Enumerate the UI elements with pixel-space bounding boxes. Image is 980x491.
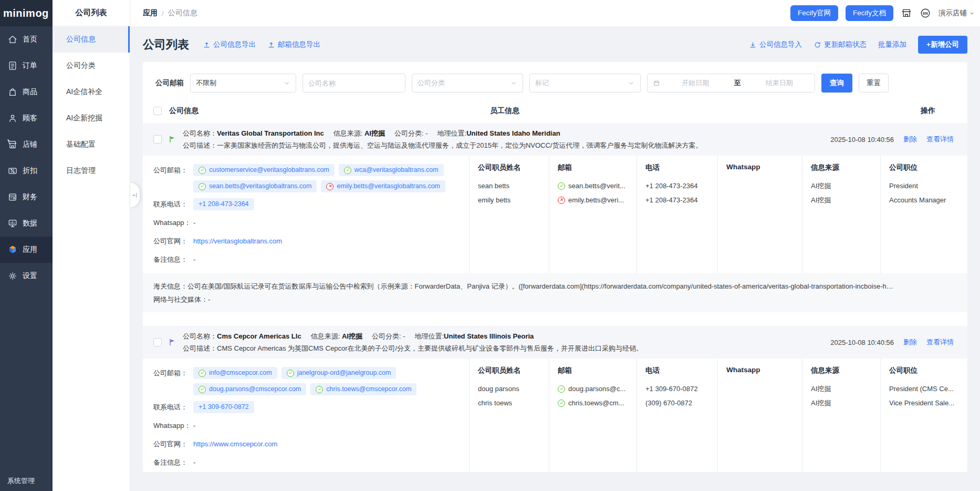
language-icon[interactable]: EN [920, 7, 931, 19]
remark-value: - [193, 456, 195, 469]
employee-email: ✓sean.betts@verit... [558, 179, 632, 193]
add-company-button[interactable]: +新增公司 [918, 36, 967, 54]
batch-add-link[interactable]: 批量添加 [878, 40, 906, 49]
social-info: - [208, 295, 210, 303]
company-name: Veritas Global Transportation Inc [217, 129, 324, 137]
finance-icon [7, 192, 18, 202]
submenu-item-base-config[interactable]: 基础配置 [53, 131, 130, 158]
reset-button[interactable]: 重置 [859, 74, 889, 93]
sidebar-item-apps[interactable]: 应用 [0, 237, 53, 263]
email-chip[interactable]: ✓chris.toews@cmscepcor.com [310, 383, 416, 395]
submenu-item-log-manage[interactable]: 日志管理 [53, 158, 130, 184]
update-email-status-link[interactable]: 更新邮箱状态 [814, 40, 867, 49]
row-checkbox[interactable] [153, 338, 162, 346]
phone-chip[interactable]: +1 309-670-0872 [193, 401, 254, 413]
employee-position: President [889, 179, 963, 193]
view-detail-link[interactable]: 查看详情 [926, 337, 954, 347]
home-icon [7, 34, 18, 45]
tag-select[interactable]: 标记 [529, 74, 641, 93]
phone-chip[interactable]: +1 208-473-2364 [193, 198, 254, 210]
email-status-select[interactable]: 不限制 [190, 74, 296, 93]
email-chip[interactable]: ✓info@cmscepcor.com [193, 367, 277, 379]
submenu-item-company-category[interactable]: 公司分类 [53, 53, 130, 79]
sidebar-item-orders[interactable]: 订单 [0, 53, 53, 79]
employee-table: 公司职员姓名 sean betts emily betts 邮箱 ✓sean.b… [469, 156, 967, 273]
topbar-right: Fecify官网 Fecify文档 EN 演示店铺 [790, 5, 975, 21]
email-chip[interactable]: ✓janelgroup-ord@janelgroup.com [282, 367, 397, 379]
sidebar-footer[interactable]: 系统管理 [0, 476, 53, 491]
company-description: CMS Cepcor Americas 为英国CMS Cepcor在北美的子公司… [217, 344, 643, 352]
title-row: 公司列表 公司信息导出 邮箱信息导出 公司信息导入 更新邮箱状态 [130, 26, 980, 62]
flag-icon[interactable] [168, 338, 176, 346]
row-checkbox[interactable] [153, 135, 162, 144]
company-row: 公司名称：Cms Cepcor Americas Llc信息来源: AI挖掘公司… [143, 326, 967, 472]
email-chip[interactable]: ✓doug.parsons@cmscepcor.com [193, 383, 306, 395]
email-valid-icon: ✓ [199, 370, 206, 377]
website-link[interactable]: https://www.cmscepcor.com [193, 438, 277, 451]
storefront-icon[interactable] [901, 7, 912, 19]
sidebar-item-data[interactable]: 数据 [0, 210, 53, 237]
content: 公司列表 公司信息导出 邮箱信息导出 公司信息导入 更新邮箱状态 [130, 26, 980, 491]
company-row-details: 公司邮箱： ✓info@cmscepcor.com ✓janelgroup-or… [143, 359, 967, 472]
discount-icon [7, 166, 18, 176]
email-valid-icon: ✓ [287, 370, 294, 377]
sidebar-item-label: 设置 [23, 271, 37, 281]
fecify-docs-button[interactable]: Fecify文档 [846, 5, 893, 21]
customers-icon [7, 113, 18, 124]
employee-position: President (CMS Ce... [889, 382, 963, 396]
view-detail-link[interactable]: 查看详情 [926, 135, 954, 144]
sidebar-item-products[interactable]: 商品 [0, 79, 53, 105]
company-row-header: 公司名称：Veritas Global Transportation Inc信息… [143, 123, 967, 156]
sidebar-item-label: 财务 [23, 192, 37, 202]
employee-email: ✓doug.parsons@c... [558, 382, 632, 396]
store-switcher[interactable]: 演示店铺 [939, 8, 975, 18]
sidebar-item-discount[interactable]: 折扣 [0, 158, 53, 184]
email-valid-icon: ✓ [344, 167, 351, 174]
email-invalid-icon: ✕ [326, 183, 333, 190]
submenu-item-ai-mining[interactable]: AI企新挖掘 [53, 105, 130, 131]
email-valid-icon: ✓ [199, 386, 206, 393]
fecify-site-button[interactable]: Fecify官网 [790, 5, 838, 21]
sidebar-item-home[interactable]: 首页 [0, 26, 53, 53]
delete-link[interactable]: 删除 [903, 337, 917, 347]
breadcrumb-root[interactable]: 应用 [143, 8, 158, 18]
filter-bar: 公司邮箱 不限制 公司分类 标记 [143, 62, 967, 96]
email-valid-icon: ✓ [199, 167, 206, 174]
website-link[interactable]: https://veritasglobaltrans.com [193, 235, 282, 248]
email-chip[interactable]: ✓wca@veritasglobaltrans.com [339, 164, 444, 176]
select-all-checkbox[interactable] [153, 107, 162, 115]
employee-source: AI挖掘 [811, 179, 876, 193]
export-company-link[interactable]: 公司信息导出 [203, 40, 256, 49]
products-icon [7, 87, 18, 97]
sidebar-item-label: 顾客 [23, 114, 37, 123]
refresh-icon [814, 41, 821, 49]
delete-link[interactable]: 删除 [903, 135, 917, 144]
submenu-item-ai-enrich[interactable]: AI企信补全 [53, 79, 130, 105]
end-date-field[interactable]: 结束日期 [749, 78, 810, 88]
email-chip[interactable]: ✓sean.betts@veritasglobaltrans.com [193, 180, 317, 192]
email-chip[interactable]: ✕emily.betts@veritasglobaltrans.com [321, 180, 445, 192]
sidebar-item-finance[interactable]: 财务 [0, 184, 53, 210]
company-category-select[interactable]: 公司分类 [412, 74, 523, 93]
page-title: 公司列表 [143, 37, 189, 53]
date-range-picker[interactable]: 开始日期 至 结束日期 [647, 74, 815, 93]
employee-name: chris toews [478, 396, 545, 410]
flag-icon[interactable] [168, 135, 176, 144]
employee-source: AI挖掘 [811, 382, 876, 396]
employee-email: ✕emily.betts@veri... [558, 193, 632, 207]
breadcrumb-current: 公司信息 [168, 8, 197, 18]
submenu-item-company-info[interactable]: 公司信息 [53, 26, 130, 53]
sidebar-item-customers[interactable]: 顾客 [0, 105, 53, 131]
secondary-sidebar: 公司列表 公司信息 公司分类 AI企信补全 AI企新挖掘 基础配置 日志管理 [53, 0, 130, 491]
company-name-input[interactable] [303, 74, 405, 93]
search-button[interactable]: 查询 [821, 74, 852, 93]
column-action: 操作 [899, 106, 957, 116]
email-valid-icon: ✓ [558, 385, 565, 393]
email-chip[interactable]: ✓customerservice@veritasglobaltrans.com [193, 164, 335, 176]
sidebar-item-store[interactable]: 店铺 [0, 131, 53, 158]
start-date-field[interactable]: 开始日期 [665, 78, 726, 88]
import-company-link[interactable]: 公司信息导入 [749, 40, 802, 49]
sidebar-item-settings[interactable]: 设置 [0, 263, 53, 289]
export-email-link[interactable]: 邮箱信息导出 [267, 40, 320, 49]
employee-position: Vice President Sale... [889, 396, 963, 410]
